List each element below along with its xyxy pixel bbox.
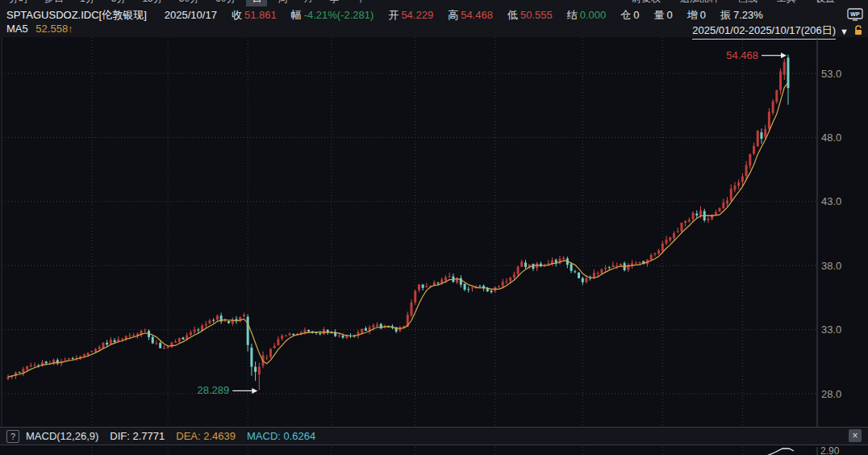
menu-item-60分[interactable]: 60分 xyxy=(210,0,241,6)
sub-pane-axis-label: 2.90 xyxy=(820,445,839,455)
position-value: 0 xyxy=(633,9,639,21)
macd-sub-pane[interactable]: 2.90 xyxy=(0,445,868,455)
instrument-symbol[interactable]: SPTAGUSDOZ.IDC[伦敦银现] xyxy=(6,8,147,23)
field-change: 幅 -4.21%(-2.281) xyxy=(291,8,374,23)
menu-item-迭加品种[interactable]: 迭加品种 xyxy=(674,0,724,6)
menu-item-前复权[interactable]: 前复权 xyxy=(626,0,666,6)
ma5-value: 52.558↑ xyxy=(35,23,73,35)
ma-indicator-row: MA5 52.558↑ 2025/01/02-2025/10/17(206日) … xyxy=(0,23,868,37)
volume-value: 0 xyxy=(666,9,672,21)
field-increase: 增 0 xyxy=(687,8,706,23)
macd-formula[interactable]: MACD(12,26,9) xyxy=(26,430,98,442)
macd-pair: MACD: 0.6264 xyxy=(247,430,315,442)
svg-text:54.468: 54.468 xyxy=(726,49,758,61)
menu-item-季[interactable]: 季 xyxy=(323,0,344,6)
field-settle: 结 0.000 xyxy=(567,8,607,23)
help-icon[interactable]: ? xyxy=(6,430,19,443)
unlock-icon[interactable] xyxy=(853,25,863,38)
svg-text:33.0: 33.0 xyxy=(821,324,841,336)
menu-item-日[interactable]: 日 xyxy=(246,0,267,6)
low-value: 50.555 xyxy=(520,9,553,21)
field-high: 高 54.468 xyxy=(448,8,493,23)
top-menu-bar: 分时多日1分5分15分30分60分日周月季年 前复权迭加品种画线工具设置 xyxy=(0,0,868,7)
menu-item-周[interactable]: 周 xyxy=(272,0,293,6)
macd-value: 0.6264 xyxy=(284,430,316,442)
dif-pair: DIF: 2.7771 xyxy=(110,430,165,442)
period-tabs: 分时多日1分5分15分30分60分日周月季年 xyxy=(3,0,370,6)
close-value: 51.861 xyxy=(244,9,277,21)
quote-date: 2025/10/17 xyxy=(165,9,217,21)
dea-pair: DEA: 2.4639 xyxy=(176,430,236,442)
menu-item-工具[interactable]: 工具 xyxy=(771,0,802,6)
top-right-menu: 前复权迭加品种画线工具设置 xyxy=(626,0,841,6)
field-volume: 量 0 xyxy=(653,8,672,23)
chevron-down-icon[interactable]: ▼ xyxy=(840,27,849,36)
candlestick-chart[interactable]: 53.048.043.038.033.028.054.46828.289 xyxy=(0,37,868,427)
open-value: 54.229 xyxy=(401,9,433,21)
increase-value: 0 xyxy=(700,9,706,21)
svg-text:48.0: 48.0 xyxy=(821,131,841,144)
menu-item-1分[interactable]: 1分 xyxy=(74,0,101,6)
svg-text:38.0: 38.0 xyxy=(821,260,841,272)
menu-item-30分[interactable]: 30分 xyxy=(173,0,205,6)
svg-text:53.0: 53.0 xyxy=(821,68,841,80)
menu-item-15分[interactable]: 15分 xyxy=(136,0,168,6)
svg-text:WP: WP xyxy=(850,11,860,17)
svg-text:28.289: 28.289 xyxy=(198,384,230,396)
field-open: 开 54.229 xyxy=(388,8,433,23)
menu-item-月[interactable]: 月 xyxy=(298,0,319,6)
menu-item-多日[interactable]: 多日 xyxy=(39,0,69,6)
menu-item-年[interactable]: 年 xyxy=(349,0,370,6)
field-low: 低 50.555 xyxy=(507,8,553,23)
ma5-label: MA5 xyxy=(6,23,28,35)
menu-item-5分[interactable]: 5分 xyxy=(106,0,132,6)
field-amplitude: 振 7.23% xyxy=(720,8,763,23)
trading-app-window: 分时多日1分5分15分30分60分日周月季年 前复权迭加品种画线工具设置 SPT… xyxy=(0,0,868,455)
indicator-bar: ? MACD(12,26,9) DIF: 2.7771 DEA: 2.4639 … xyxy=(0,428,868,445)
field-position: 仓 0 xyxy=(620,8,639,23)
close-icon[interactable]: × xyxy=(849,429,862,442)
settle-value: 0.000 xyxy=(580,9,607,21)
svg-text:43.0: 43.0 xyxy=(821,195,841,207)
high-value: 54.468 xyxy=(461,9,493,21)
menu-item-分时[interactable]: 分时 xyxy=(3,0,34,6)
amplitude-value: 7.23% xyxy=(733,9,763,21)
dif-value: 2.7771 xyxy=(133,430,165,442)
change-value: -4.21%(-2.281) xyxy=(304,9,374,21)
menu-item-设置[interactable]: 设置 xyxy=(810,0,841,6)
menu-item-画线[interactable]: 画线 xyxy=(732,0,763,6)
dea-value: 2.4639 xyxy=(203,430,236,442)
quote-bar: SPTAGUSDOZ.IDC[伦敦银现] 2025/10/17 收 51.861… xyxy=(0,7,868,23)
svg-text:28.0: 28.0 xyxy=(821,388,841,400)
field-close: 收 51.861 xyxy=(232,8,277,23)
